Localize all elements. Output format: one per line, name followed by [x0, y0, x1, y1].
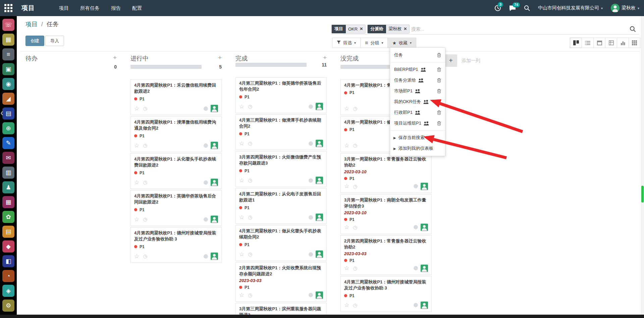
groupby-button[interactable]: ≡ 分组 ▾ [360, 38, 387, 48]
task-card[interactable]: 4月第四周梁秋枚P1：从化蓥头手机抄表续费回款跟进2 P1 ☆ ◷ [130, 153, 222, 189]
activity-status-dot[interactable] [309, 215, 313, 220]
calendar-app-icon[interactable]: ▦ [2, 34, 14, 46]
star-toggle-icon[interactable]: ☆ [134, 142, 139, 149]
star-toggle-icon[interactable]: ☆ [344, 302, 349, 309]
notes-app-icon[interactable]: ≡ [2, 48, 14, 60]
assignee-avatar[interactable] [421, 224, 428, 231]
assignee-avatar[interactable] [211, 179, 218, 186]
discuss-app-icon[interactable]: ☏ [2, 19, 14, 31]
activity-status-dot[interactable] [414, 266, 418, 270]
leaves-app-icon[interactable]: ✿ [2, 211, 14, 223]
presentation-app-icon[interactable]: ◉ [2, 78, 14, 90]
star-toggle-icon[interactable]: ☆ [239, 214, 244, 221]
activity-status-dot[interactable] [204, 180, 208, 185]
star-toggle-icon[interactable]: ☆ [134, 179, 139, 186]
task-card[interactable]: 4月第四周梁秋枚P1：浸潭微信租用续费沟通及做合同2 P1 ☆ ◷ [130, 116, 222, 152]
expenses-app-icon[interactable]: ▦ [2, 196, 14, 208]
star-toggle-icon[interactable]: ☆ [239, 251, 244, 258]
assignee-avatar[interactable] [316, 140, 323, 147]
activity-status-dot[interactable] [414, 225, 418, 229]
search-icon[interactable] [630, 26, 639, 32]
assignee-avatar[interactable] [316, 251, 323, 258]
activity-clock-icon[interactable]: 3 [494, 5, 501, 11]
add-column-button[interactable]: + [444, 54, 457, 67]
sidebar-collapse-icon[interactable]: ❮ [0, 111, 3, 115]
activity-clock-icon[interactable]: ◷ [143, 253, 147, 259]
task-card[interactable]: 4月第三周梁秋枚P1：做浸潭手机抄表续期合同2 P1 ☆ ◷ [235, 114, 327, 150]
task-card[interactable]: 4月第四周梁秋枚P1：英德华侨茶场售后合同回款跟进2 P1 ☆ ◷ [130, 190, 222, 226]
nav-menu-item-配置[interactable]: 配置 [132, 5, 142, 11]
email-marketing-app-icon[interactable]: ✉ [2, 152, 14, 164]
activity-status-dot[interactable] [309, 178, 313, 183]
task-card[interactable]: 4月第三周梁秋枚P1：德州对接城管局报装及过户业务验收协助 3 P1 ☆ ◷ [340, 276, 432, 312]
apps-store-app-icon[interactable]: ◧ [2, 255, 14, 267]
activity-clock-icon[interactable]: ◷ [353, 183, 357, 189]
column-quick-add-icon[interactable]: + [218, 54, 222, 61]
task-card[interactable]: 4月第三周梁秋枚P1：做英德华侨茶场售后包年合同2 P1 ☆ ◷ [235, 77, 327, 113]
star-toggle-icon[interactable]: ☆ [344, 142, 349, 149]
column-progress-bar[interactable] [235, 63, 307, 67]
apps-menu-icon[interactable] [0, 0, 17, 16]
delete-favorite-icon[interactable] [437, 67, 441, 72]
activity-status-dot[interactable] [204, 217, 208, 222]
activity-clock-icon[interactable]: ◷ [248, 292, 252, 298]
star-toggle-icon[interactable]: ☆ [239, 103, 244, 110]
assignee-avatar[interactable] [316, 214, 323, 221]
create-button[interactable]: 创建 [25, 36, 44, 46]
activity-clock-icon[interactable]: ◷ [353, 302, 357, 308]
slides-app-icon[interactable]: ▤ [2, 107, 14, 120]
task-card[interactable]: 4月第四周梁秋枚P1：禾云微信租用续费回款跟进2 P1 ☆ ◷ [130, 79, 222, 115]
task-card[interactable]: 3月第一周梁秋枚P1：常青服务器迁云验收协助2 2023-03-10 P1 ☆ … [340, 153, 432, 193]
assignee-avatar[interactable] [316, 177, 323, 184]
star-toggle-icon[interactable]: ☆ [239, 140, 244, 147]
assignee-avatar[interactable] [316, 291, 323, 299]
task-card[interactable]: 3月第四周梁秋枚P1：火炬微信缴费产生预存款问题跟进3 P1 ☆ ◷ [235, 151, 327, 187]
favorites-button[interactable]: ★ 收藏 ▾ [387, 38, 416, 48]
employees-app-icon[interactable]: ♟ [2, 181, 14, 193]
dashboard-app-icon[interactable]: ◢ [2, 93, 14, 105]
favorite-item-任务[interactable]: 任务 [390, 50, 445, 60]
filter-button[interactable]: 筛选 ▾ [332, 38, 360, 48]
activity-status-dot[interactable] [204, 143, 208, 148]
settings-app-icon[interactable]: ⚙ [2, 300, 14, 312]
task-card[interactable]: 2月第四周梁秋枚P1：常青服务器迁云验收协助2 2023-03-03 P1 ☆ … [340, 235, 432, 275]
favorites-action-保存当前搜索[interactable]: ▶ 保存当前搜索 [390, 132, 445, 143]
delete-favorite-icon[interactable] [437, 53, 441, 57]
delete-favorite-icon[interactable] [437, 89, 441, 93]
favorite-item-任务分派给[interactable]: 任务分派给 [390, 75, 445, 86]
activity-clock-icon[interactable]: ◷ [353, 224, 357, 230]
company-switcher[interactable]: 中山市同创科技发展有限公司 ▾ [538, 5, 603, 11]
star-toggle-icon[interactable]: ☆ [344, 224, 349, 231]
view-kanban-button[interactable] [570, 38, 582, 48]
task-card[interactable]: 4月第三周梁秋枚P1：做从化蓥头手机抄表续期合同2 P1 ☆ ◷ [235, 225, 327, 261]
scrollbar-thumb[interactable] [641, 186, 644, 202]
delete-favorite-icon[interactable] [437, 78, 441, 83]
assignee-avatar[interactable] [421, 265, 428, 272]
activity-status-dot[interactable] [309, 252, 313, 257]
delete-favorite-icon[interactable] [437, 121, 441, 126]
view-activity-button[interactable] [629, 38, 640, 48]
facet-remove-icon[interactable]: ✕ [360, 27, 363, 31]
favorite-item-我的OKR任务[interactable]: 我的OKR任务 [390, 96, 445, 107]
messages-icon[interactable]: 74 [509, 5, 516, 11]
delete-favorite-icon[interactable] [437, 110, 441, 115]
activity-clock-icon[interactable]: ◷ [143, 216, 147, 222]
breadcrumb-link[interactable]: 项目 [25, 21, 38, 28]
activity-clock-icon[interactable]: ◷ [353, 142, 357, 148]
activity-clock-icon[interactable]: ◷ [248, 214, 252, 220]
delete-favorite-icon[interactable] [437, 99, 441, 104]
activity-clock-icon[interactable]: ◷ [143, 142, 147, 148]
assignee-avatar[interactable] [211, 105, 218, 112]
import-button[interactable]: 导入 [45, 36, 64, 46]
point-of-sale-app-icon[interactable]: ◆ [2, 240, 14, 253]
purchase-app-icon[interactable]: ▤ [2, 226, 14, 238]
star-toggle-icon[interactable]: ☆ [134, 216, 139, 223]
view-pivot-button[interactable] [605, 38, 617, 48]
view-list-button[interactable] [582, 38, 593, 48]
assignee-avatar[interactable] [211, 142, 218, 149]
activity-clock-icon[interactable]: ◷ [248, 177, 252, 183]
nav-menu-item-项目[interactable]: 项目 [59, 5, 69, 11]
vertical-scrollbar[interactable] [641, 16, 644, 315]
activity-status-dot[interactable] [204, 254, 208, 259]
star-toggle-icon[interactable]: ☆ [344, 265, 349, 272]
